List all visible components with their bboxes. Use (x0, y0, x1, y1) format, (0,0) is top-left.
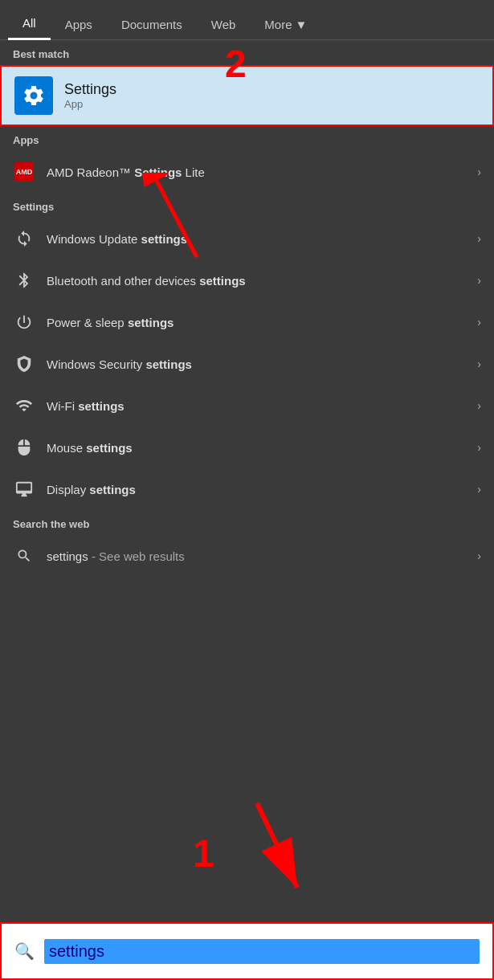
update-icon (13, 227, 35, 250)
list-item-amd[interactable]: AMD AMD Radeon™ Settings Lite › (0, 151, 494, 193)
best-match-title: Settings (64, 81, 116, 98)
list-item-mouse[interactable]: Mouse settings › (0, 427, 494, 468)
list-item-power[interactable]: Power & sleep settings › (0, 301, 494, 343)
security-text: Windows Security settings (47, 357, 477, 371)
search-web-section-label: Search the web (0, 510, 494, 535)
amd-icon: AMD (13, 161, 35, 183)
tab-more[interactable]: More ▼ (250, 10, 321, 39)
amd-settings-text: AMD Radeon™ Settings Lite (47, 165, 477, 179)
list-item-display[interactable]: Display settings › (0, 468, 494, 510)
list-item-security[interactable]: Windows Security settings › (0, 343, 494, 385)
search-input[interactable] (44, 939, 480, 964)
bluetooth-text: Bluetooth and other devices settings (47, 274, 477, 288)
list-item-web-search[interactable]: settings - See web results › (0, 535, 494, 577)
list-item-bluetooth[interactable]: Bluetooth and other devices settings › (0, 259, 494, 301)
wifi-icon (13, 394, 35, 417)
web-search-icon (13, 545, 35, 567)
chevron-right-icon-9: › (477, 549, 481, 562)
chevron-right-icon: › (477, 165, 481, 178)
list-item-wifi[interactable]: Wi-Fi settings › (0, 385, 494, 427)
best-match-section-label: Best match (0, 40, 494, 65)
apps-section-label: Apps (0, 126, 494, 151)
best-match-subtitle: App (64, 98, 116, 110)
gear-svg (22, 84, 46, 108)
web-search-text: settings - See web results (47, 549, 477, 563)
mouse-text: Mouse settings (47, 441, 477, 455)
search-bar: 🔍 (0, 922, 494, 980)
chevron-right-icon-2: › (477, 232, 481, 245)
chevron-right-icon-3: › (477, 274, 481, 287)
wifi-text: Wi-Fi settings (47, 399, 477, 413)
power-icon (13, 311, 35, 333)
best-match-item-settings[interactable]: Settings App (0, 65, 494, 126)
list-item-windows-update[interactable]: Windows Update settings › (0, 218, 494, 259)
tabs-bar: All Apps Documents Web More ▼ (0, 0, 494, 40)
search-icon-bottom: 🔍 (14, 941, 35, 961)
chevron-right-icon-4: › (477, 316, 481, 329)
tab-apps[interactable]: Apps (51, 10, 107, 39)
settings-section-label: Settings (0, 193, 494, 218)
chevron-right-icon-6: › (477, 399, 481, 412)
bluetooth-icon (13, 269, 35, 292)
annotation-number-1: 1 (193, 831, 214, 876)
svg-line-3 (257, 803, 297, 888)
chevron-right-icon-7: › (477, 441, 481, 454)
chevron-right-icon-8: › (477, 483, 481, 496)
tab-all[interactable]: All (8, 8, 51, 40)
tab-web[interactable]: Web (197, 10, 251, 39)
mouse-icon (13, 436, 35, 459)
display-text: Display settings (47, 483, 477, 496)
chevron-right-icon-5: › (477, 357, 481, 370)
display-icon (13, 478, 35, 500)
tab-documents[interactable]: Documents (107, 10, 197, 39)
windows-update-text: Windows Update settings (47, 232, 477, 246)
power-text: Power & sleep settings (47, 316, 477, 329)
chevron-down-icon: ▼ (296, 18, 308, 31)
security-icon (13, 353, 35, 375)
arrow-down-annotation (233, 795, 329, 900)
best-match-text: Settings App (64, 81, 116, 110)
settings-app-icon (14, 76, 53, 115)
